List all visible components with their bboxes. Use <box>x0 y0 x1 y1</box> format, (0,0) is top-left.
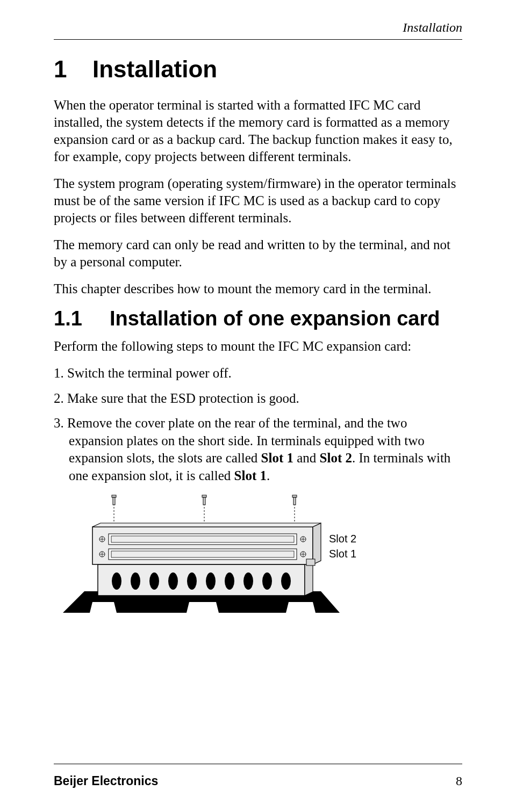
svg-marker-17 <box>313 523 321 564</box>
section-heading: 1.1Installation of one expansion card <box>54 307 462 330</box>
svg-rect-20 <box>111 536 294 542</box>
svg-point-6 <box>112 572 121 590</box>
list-item: Remove the cover plate on the rear of th… <box>54 415 462 484</box>
paragraph: The memory card can only be read and wri… <box>54 236 462 271</box>
chapter-title: Installation <box>92 56 217 82</box>
svg-point-12 <box>225 572 234 590</box>
svg-point-10 <box>187 572 197 590</box>
terminal-diagram: Slot 2 Slot 1 <box>60 492 462 634</box>
running-head: Installation <box>54 20 462 40</box>
list-item: Switch the terminal power off. <box>54 365 462 382</box>
page-number: 8 <box>456 774 462 788</box>
list-item: Make sure that the ESD protection is goo… <box>54 390 462 408</box>
svg-rect-37 <box>113 497 115 505</box>
svg-rect-42 <box>292 495 297 497</box>
page-footer: Beijer Electronics 8 <box>54 764 462 788</box>
svg-marker-5 <box>305 561 313 596</box>
paragraph: When the operator terminal is started wi… <box>54 97 462 165</box>
svg-point-8 <box>149 572 159 590</box>
section-intro: Perform the following steps to mount the… <box>54 338 462 355</box>
chapter-number: 1 <box>54 56 92 83</box>
svg-point-13 <box>243 572 253 590</box>
svg-point-14 <box>262 572 272 590</box>
svg-marker-18 <box>92 523 321 527</box>
step-list: Switch the terminal power off. Make sure… <box>54 365 462 484</box>
svg-point-15 <box>281 572 291 590</box>
paragraph: This chapter describes how to mount the … <box>54 280 462 298</box>
slot-1-label: Slot 1 <box>329 548 356 560</box>
svg-point-9 <box>168 572 178 590</box>
slot-2-label: Slot 2 <box>329 533 356 545</box>
bold-text: Slot 1 <box>234 468 267 483</box>
svg-rect-22 <box>111 551 294 557</box>
svg-rect-43 <box>293 497 296 505</box>
chapter-heading: 1Installation <box>54 56 462 83</box>
section-title: Installation of one expansion card <box>110 307 440 330</box>
footer-brand: Beijer Electronics <box>54 774 158 788</box>
svg-marker-1 <box>90 602 117 613</box>
section-number: 1.1 <box>54 307 110 330</box>
svg-point-11 <box>206 572 216 590</box>
svg-rect-36 <box>112 495 116 497</box>
svg-rect-39 <box>202 495 206 497</box>
svg-point-7 <box>131 572 140 590</box>
svg-rect-4 <box>98 564 305 596</box>
svg-marker-3 <box>286 602 316 613</box>
paragraph: The system program (operating system/fir… <box>54 175 462 227</box>
svg-marker-2 <box>187 602 219 613</box>
svg-rect-40 <box>203 497 205 505</box>
bold-text: Slot 1 <box>261 451 293 465</box>
bold-text: Slot 2 <box>320 451 352 465</box>
svg-rect-44 <box>306 559 315 566</box>
